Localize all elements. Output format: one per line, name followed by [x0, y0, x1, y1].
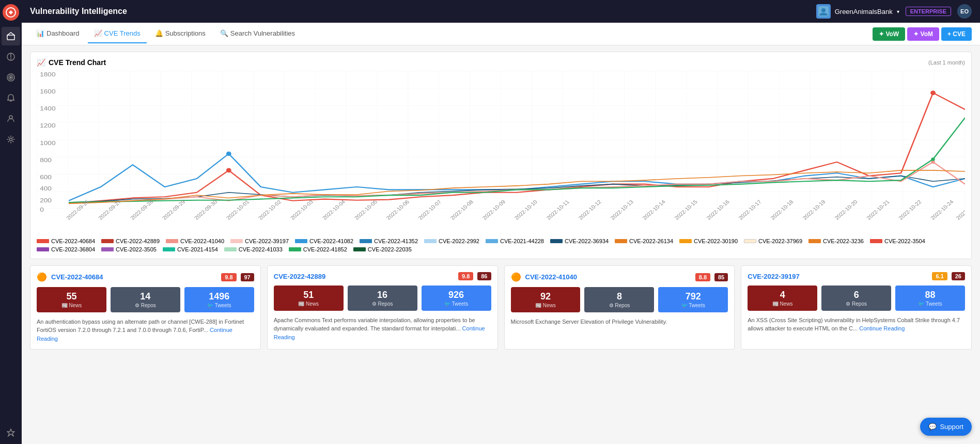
svg-point-21 [226, 168, 231, 173]
cve-repos-value-42889: 16 [377, 290, 387, 301]
cve-news-42889: 51 📰 News [274, 286, 344, 311]
cve-tweets-label-39197: 🐦 Tweets [918, 301, 942, 307]
cve-repos-39197: 6 ⚙ Repos [821, 286, 891, 311]
legend-item-40684: CVE-2022-40684 [37, 238, 95, 244]
app-header: Vulnerability Intelligence GreenAnimalsB… [22, 0, 980, 23]
vow-button[interactable]: ✦ VoW [873, 27, 905, 41]
support-button[interactable]: 💬 Support [920, 418, 972, 436]
cve-id-39197[interactable]: CVE-2022-39197 [748, 273, 928, 280]
chart-svg: 1800 1600 1400 1200 1000 800 600 400 200… [37, 71, 965, 226]
nav-search[interactable]: 🔍 Search Vulnerabilities [214, 24, 301, 43]
dashboard-icon: 📊 [36, 29, 44, 37]
cve-repos-label-40684: ⚙ Repos [135, 303, 156, 308]
cve-id-42889[interactable]: CVE-2022-42889 [274, 273, 454, 280]
cve-desc-42889: Apache Commons Text performs variable in… [274, 316, 491, 342]
cve-rank-42889: 86 [477, 272, 491, 280]
legend-item-3505: CVE-2022-3505 [101, 246, 157, 252]
legend-item-41082: CVE-2022-41082 [295, 238, 353, 244]
sidebar-item-settings[interactable] [2, 130, 20, 149]
cve-cards-section: 🟠 CVE-2022-40684 9.8 97 55 📰 News 14 ⚙ R… [30, 265, 972, 350]
nav-subscriptions[interactable]: 🔔 Subscriptions [149, 24, 212, 43]
sidebar-item-home[interactable] [2, 27, 20, 45]
sidebar-item-users[interactable] [2, 109, 20, 128]
chart-title: 📈 CVE Trend Chart [37, 58, 106, 67]
legend-item-2992: CVE-2022-2992 [424, 238, 479, 244]
legend-item-41033: CVE-2022-41033 [224, 246, 283, 252]
sidebar-item-alerts[interactable] [2, 89, 20, 107]
cve-tweets-42889: 926 🐦 Tweets [422, 286, 491, 311]
cve-news-value-41040: 92 [540, 291, 551, 303]
cve-repos-42889: 16 ⚙ Repos [348, 286, 417, 311]
top-nav: 📊 Dashboard 📈 CVE Trends 🔔 Subscriptions… [22, 23, 980, 45]
cve-id-40684[interactable]: CVE-2022-40684 [51, 273, 217, 281]
cve-stats-41040: 92 📰 News 8 ⚙ Repos 792 🐦 Tweets [511, 287, 728, 312]
cve-tweets-value-39197: 88 [925, 290, 936, 301]
add-cve-button[interactable]: + CVE [941, 27, 972, 41]
nav-cve-trends[interactable]: 📈 CVE Trends [88, 24, 147, 43]
cve-desc-39197: An XSS (Cross Site Scripting) vulnerabil… [748, 316, 965, 333]
cve-id-41040[interactable]: CVE-2022-41040 [525, 273, 691, 281]
legend-item-22035: CVE-2022-22035 [353, 246, 412, 252]
sidebar-item-rankings[interactable] [2, 425, 20, 444]
cve-trend-chart: 1800 1600 1400 1200 1000 800 600 400 200… [37, 71, 965, 236]
legend-item-39197: CVE-2022-39197 [230, 238, 289, 244]
cve-news-label-41040: 📰 News [535, 303, 556, 308]
chart-icon: 📈 [37, 58, 45, 67]
cve-rank-39197: 26 [952, 272, 965, 280]
cve-card-40684: 🟠 CVE-2022-40684 9.8 97 55 📰 News 14 ⚙ R… [30, 265, 261, 350]
continue-reading-39197[interactable]: Continue Reading [859, 325, 905, 331]
vom-button[interactable]: ✦ VoM [907, 27, 939, 41]
svg-point-6 [9, 116, 12, 119]
sidebar-item-threats[interactable] [2, 47, 20, 66]
user-menu[interactable]: GreenAnimalsBank ▾ [816, 4, 899, 19]
legend-item-3504: CVE-2022-3504 [870, 238, 925, 244]
cve-score-41040: 8.8 [695, 273, 710, 281]
chart-section: 📈 CVE Trend Chart (Last 1 month) 1800 [30, 52, 972, 259]
cve-tweets-41040: 792 🐦 Tweets [658, 287, 728, 312]
cve-card-header-40684: 🟠 CVE-2022-40684 9.8 97 [37, 272, 254, 282]
sidebar-item-target[interactable] [2, 68, 20, 87]
nav-dashboard[interactable]: 📊 Dashboard [30, 24, 86, 43]
svg-point-22 [930, 91, 936, 96]
cve-repos-41040: 8 ⚙ Repos [584, 287, 654, 312]
svg-point-9 [821, 8, 826, 12]
svg-text:1400: 1400 [40, 105, 55, 112]
chart-header: 📈 CVE Trend Chart (Last 1 month) [37, 58, 965, 67]
cve-rank-40684: 97 [241, 273, 254, 281]
cve-repos-40684: 14 ⚙ Repos [111, 287, 180, 312]
sidebar [0, 0, 22, 444]
chart-subtitle: (Last 1 month) [928, 59, 965, 66]
svg-text:1600: 1600 [40, 88, 55, 95]
chevron-down-icon: ▾ [897, 9, 899, 14]
cve-score-40684: 9.8 [221, 273, 236, 281]
cve-news-value-40684: 55 [66, 291, 76, 303]
cve-tweets-value-40684: 1496 [209, 291, 229, 303]
legend-item-37969: CVE-2022-37969 [744, 238, 802, 244]
cve-score-42889: 9.8 [458, 272, 473, 280]
trend-icon: 📈 [94, 29, 102, 37]
cve-stats-40684: 55 📰 News 14 ⚙ Repos 1496 🐦 Tweets [37, 287, 254, 312]
app-logo[interactable] [3, 4, 19, 21]
legend-item-41352: CVE-2022-41352 [360, 238, 418, 244]
page-content: 📈 CVE Trend Chart (Last 1 month) 1800 [22, 45, 980, 444]
legend-item-44228: CVE-2021-44228 [486, 238, 544, 244]
cve-tweets-value-41040: 792 [686, 291, 701, 303]
cve-news-39197: 4 📰 News [748, 286, 817, 311]
search-icon: 🔍 [220, 29, 228, 37]
app-title: Vulnerability Intelligence [30, 7, 810, 16]
svg-point-25 [931, 157, 935, 161]
svg-text:1000: 1000 [40, 139, 55, 146]
svg-text:800: 800 [40, 156, 52, 164]
main-content: Vulnerability Intelligence GreenAnimalsB… [22, 0, 980, 444]
svg-text:400: 400 [40, 185, 52, 192]
svg-text:1800: 1800 [40, 71, 55, 77]
cve-warning-icon-41040: 🟠 [511, 272, 521, 282]
svg-point-5 [10, 77, 12, 78]
legend-item-26134: CVE-2022-26134 [615, 238, 673, 244]
user-avatar [816, 4, 831, 19]
user-initials[interactable]: EO [957, 4, 972, 19]
cve-repos-value-40684: 14 [140, 291, 150, 303]
cve-news-label-42889: 📰 News [298, 301, 319, 307]
cve-news-label-40684: 📰 News [61, 303, 82, 308]
cve-rank-41040: 85 [714, 273, 728, 281]
